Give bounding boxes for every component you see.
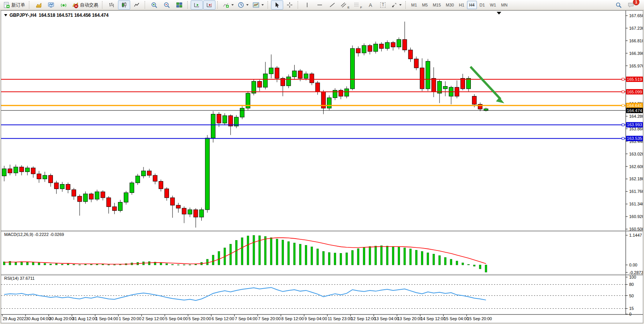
zoom-in-button[interactable] <box>148 0 160 10</box>
strategy-tester-button[interactable] <box>45 0 57 10</box>
line-chart-icon <box>134 2 140 8</box>
price-level-badge-text: 164.641 <box>627 103 642 108</box>
timeframe-w1[interactable]: W1 <box>488 1 499 9</box>
notifications-button[interactable]: 1 <box>625 0 637 10</box>
timeframe-d1[interactable]: D1 <box>477 1 487 9</box>
bar-chart-icon <box>108 2 115 8</box>
candle-body <box>414 59 418 68</box>
macd-histogram-bar <box>253 235 255 265</box>
periods-dropdown[interactable] <box>236 0 250 10</box>
price-tick-label: 166.390 <box>629 51 643 56</box>
tile-windows-button[interactable] <box>173 0 185 10</box>
time-tick-label: 29 Aug 2022 <box>3 316 26 321</box>
equidistant-channel-tool[interactable]: E <box>339 0 351 10</box>
line-handle[interactable] <box>622 91 624 93</box>
timeframe-m5[interactable]: M5 <box>420 1 430 9</box>
macd-histogram-bar <box>305 245 307 265</box>
candle-body <box>2 169 6 176</box>
bar-chart-button[interactable] <box>105 0 118 10</box>
new-order-button[interactable]: 新订单 <box>2 0 27 10</box>
candlestick-chart-button[interactable] <box>118 0 130 10</box>
auto-trading-label: 自动交易 <box>80 2 98 8</box>
line-handle[interactable] <box>622 124 624 126</box>
search-icon <box>615 2 622 8</box>
macd-histogram-bar <box>27 262 29 265</box>
macd-histogram-bar <box>230 244 231 265</box>
zoom-out-button[interactable] <box>161 0 173 10</box>
time-tick-label: 7 Sep 04:00 <box>235 316 257 321</box>
price-tick-label: 165.970 <box>629 64 643 68</box>
horizontal-line-tool[interactable] <box>314 0 326 10</box>
search-button[interactable] <box>612 0 625 10</box>
notification-badge: 1 <box>633 0 639 5</box>
auto-scroll-button[interactable] <box>191 0 203 10</box>
line-handle[interactable] <box>622 104 624 107</box>
line-chart-button[interactable] <box>131 0 143 10</box>
vertical-line-tool[interactable] <box>301 0 313 10</box>
text-tool[interactable]: A <box>364 0 376 10</box>
macd-histogram-bar <box>61 264 63 265</box>
chart-window[interactable]: 167.650167.230166.810166.390165.970164.7… <box>1 10 643 323</box>
chart-shift-marker[interactable] <box>497 12 501 14</box>
candle-body <box>142 171 146 176</box>
macd-histogram-bar <box>265 236 266 265</box>
time-tick-label: 5 Sep 04:00 <box>165 316 188 321</box>
timeframe-h4[interactable]: H4 <box>467 1 477 9</box>
time-tick-label: 6 Sep 12:00 <box>212 316 234 321</box>
candle-body <box>37 174 41 179</box>
cursor-button[interactable] <box>271 0 283 10</box>
candle-body <box>176 205 180 208</box>
chart-canvas[interactable]: 167.650167.230166.810166.390165.970164.7… <box>1 11 643 323</box>
line-handle[interactable] <box>622 137 624 140</box>
time-tick-label: 9 Sep 04:00 <box>304 316 327 321</box>
trend-arrow[interactable] <box>470 67 501 99</box>
fibonacci-tool[interactable]: F <box>352 0 364 10</box>
candle-body <box>339 90 343 96</box>
macd-histogram-bar <box>479 265 481 269</box>
timeframe-m30[interactable]: M30 <box>443 1 456 9</box>
new-order-label: 新订单 <box>11 2 25 8</box>
text-label-tool[interactable]: T <box>377 0 389 10</box>
market-watch-button[interactable] <box>32 0 45 10</box>
chart-shift-button[interactable] <box>203 0 215 10</box>
timeframe-mn[interactable]: MN <box>499 1 510 9</box>
candle-body <box>298 71 302 79</box>
macd-histogram-bar <box>346 253 348 265</box>
candle-body <box>199 210 204 217</box>
timeframe-m15[interactable]: M15 <box>430 1 443 9</box>
candle-body <box>408 50 413 59</box>
timeframe-h1[interactable]: H1 <box>457 1 467 9</box>
dropdown-caret-icon <box>231 4 234 6</box>
macd-histogram-bar <box>462 263 464 265</box>
candle-body <box>269 68 273 74</box>
signals-button[interactable] <box>57 0 70 10</box>
timeframe-m1[interactable]: M1 <box>409 1 419 9</box>
time-tick-label: 30 Aug 04:00 <box>26 316 51 321</box>
candle-body <box>344 89 349 96</box>
macd-histogram-bar <box>15 262 17 265</box>
dropdown-caret-icon <box>399 4 402 6</box>
arrows-tool-dropdown[interactable] <box>389 0 403 10</box>
dropdown-caret-icon <box>246 4 249 6</box>
auto-trading-button[interactable]: 自动交易 <box>70 0 100 10</box>
templates-dropdown[interactable] <box>251 0 266 10</box>
arrows-tool-icon <box>391 2 397 8</box>
macd-histogram-bar <box>32 262 34 265</box>
candle-body <box>101 192 105 198</box>
macd-tick-label: 0.00 <box>629 263 637 267</box>
chart-shift-icon <box>206 2 212 8</box>
candle-body <box>356 48 360 53</box>
macd-histogram-bar <box>276 239 278 265</box>
trendline-tool[interactable] <box>326 0 338 10</box>
chart-dropdown-icon[interactable] <box>4 14 7 16</box>
macd-histogram-bar <box>485 265 487 272</box>
macd-histogram-bar <box>398 247 400 265</box>
macd-histogram-bar <box>410 249 411 265</box>
candle-body <box>72 190 76 196</box>
indicators-dropdown[interactable] <box>221 0 236 10</box>
macd-histogram-bar <box>334 253 336 265</box>
chart-symbol-period: GBPJPY-,H4 <box>10 13 37 18</box>
line-handle[interactable] <box>622 78 624 80</box>
macd-histogram-bar <box>311 247 313 265</box>
crosshair-button[interactable] <box>284 0 296 10</box>
